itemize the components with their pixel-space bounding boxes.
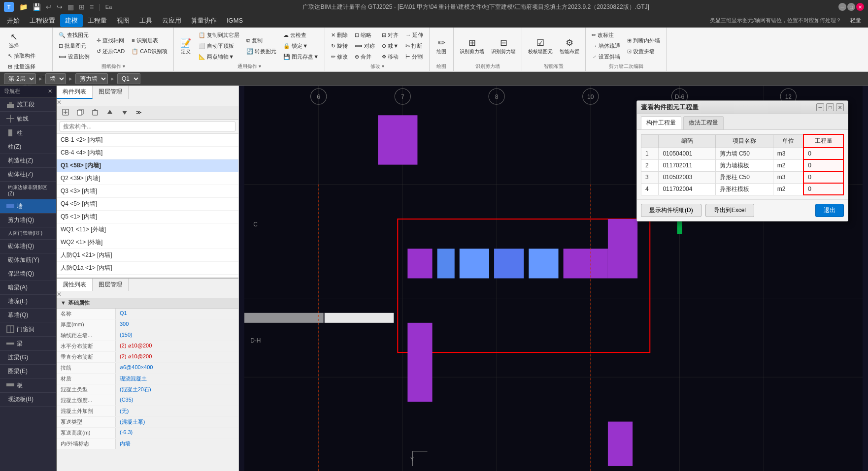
comp-item[interactable]: CB-4 <4> [内墙] xyxy=(57,147,238,159)
props-tab-attrs[interactable]: 属性列表 xyxy=(57,279,93,291)
comp-up-btn[interactable] xyxy=(103,107,117,118)
ribbon-btn-convertdwg[interactable]: 🔄转换图元 xyxy=(243,46,279,57)
ribbon-btn-editmark[interactable]: ✏改标注 xyxy=(589,30,623,40)
ribbon-btn-extend[interactable]: →延伸 xyxy=(402,30,426,40)
nav-item-dark-beam[interactable]: 暗梁(A) xyxy=(0,281,56,295)
title-icon-7[interactable]: ≡ xyxy=(88,3,95,11)
ribbon-btn-restorecad[interactable]: ↺还原CAD xyxy=(94,46,128,57)
ribbon-btn-define[interactable]: 📝 定义 xyxy=(177,35,195,57)
nav-item-wall[interactable]: 墙 xyxy=(0,199,56,214)
ribbon-btn-scale2[interactable]: ⊡缩略 xyxy=(352,30,378,40)
nav-item-wallduo[interactable]: 墙垛(E) xyxy=(0,295,56,309)
floor-select[interactable]: 第-2层 xyxy=(4,73,36,84)
ribbon-btn-mirror[interactable]: ⟺对称 xyxy=(352,41,378,51)
comp-tab-list[interactable]: 构件列表 xyxy=(57,86,93,99)
ribbon-btn-select[interactable]: ↖ 选择 xyxy=(5,30,23,51)
menu-easy[interactable]: 轻量 xyxy=(845,15,866,26)
nav-item-brickwall[interactable]: 砌体墙(Q) xyxy=(0,240,56,253)
comp-close-icon[interactable]: ✕ xyxy=(57,99,62,106)
dialog-export-btn[interactable]: 导出到Excel xyxy=(705,204,754,217)
comp-item[interactable]: Q1 <58> [内墙] xyxy=(57,159,238,172)
ribbon-btn-cadid[interactable]: 📋CAD识别项 xyxy=(129,46,170,57)
nav-item-column[interactable]: 柱 xyxy=(0,126,56,140)
nav-item-axis[interactable]: 轴线 xyxy=(0,112,56,126)
menu-igms[interactable]: IGMS xyxy=(222,15,248,26)
comp-delete-btn[interactable] xyxy=(88,107,102,118)
ribbon-btn-subtract[interactable]: ⊖减▼ xyxy=(379,41,401,51)
ribbon-btn-merge[interactable]: ⊕合并 xyxy=(352,52,378,62)
nav-item-lianbeam[interactable]: 连梁(G) xyxy=(0,351,56,365)
nav-item-civilgate[interactable]: 人防门禁墙(RF) xyxy=(0,227,56,240)
dialog-close-exit-btn[interactable]: 退出 xyxy=(815,204,844,217)
nav-item-doorwindow[interactable]: 门窗洞 xyxy=(0,322,56,337)
nav-item-boundary[interactable]: 约束边缘非阴影区(Z) xyxy=(0,182,56,199)
ribbon-btn-smartplace[interactable]: ⚙ 智能布置 xyxy=(557,35,582,57)
comp-tab-layer[interactable]: 图层管理 xyxy=(93,86,129,99)
ribbon-btn-checkwall[interactable]: ☑ 校核墙图元 xyxy=(525,35,556,57)
dialog-detail-btn[interactable]: 显示构件明细(D) xyxy=(641,204,701,217)
title-icon-2[interactable]: 💾 xyxy=(31,3,42,11)
comp-item[interactable]: Q4 <5> [内墙] xyxy=(57,198,238,211)
ribbon-btn-setblock[interactable]: ⊡设置拼墙 xyxy=(624,46,663,57)
nav-item-columnz[interactable]: 柱(Z) xyxy=(0,140,56,154)
dialog-tab-method[interactable]: 做法工程量 xyxy=(683,116,724,129)
comp-item[interactable]: WQ1 <11> [外墙] xyxy=(57,223,238,236)
comp-item[interactable]: Q2 <39> [内墙] xyxy=(57,172,238,185)
wall-type-select[interactable]: 剪力墙 xyxy=(75,73,108,84)
ribbon-btn-twopoint[interactable]: 📐两点辅轴▼ xyxy=(196,52,242,62)
nav-item-slab[interactable]: 板 xyxy=(0,378,56,393)
ribbon-btn-idwall1[interactable]: ⊞ 识别剪力墙 xyxy=(457,35,487,57)
comp-item[interactable]: CB-1 <2> [内墙] xyxy=(57,134,238,147)
comp-item[interactable]: 人防Q1 <21> [内墙] xyxy=(57,249,238,262)
comp-item[interactable]: 人防Q1a <1> [内墙] xyxy=(57,262,238,275)
ribbon-btn-align[interactable]: ⊞对齐 xyxy=(379,30,401,40)
title-icon-3[interactable]: ↩ xyxy=(44,3,53,11)
ribbon-btn-draw[interactable]: ✏ 绘图 xyxy=(433,35,450,57)
nav-item-insulation[interactable]: 保温墙(Q) xyxy=(0,267,56,281)
comp-item[interactable]: Q5 <1> [内墙] xyxy=(57,211,238,223)
ribbon-btn-rotate[interactable]: ↻旋转 xyxy=(328,41,351,51)
ribbon-btn-copylayer[interactable]: 📋复制到其它层 xyxy=(196,30,242,40)
menu-view[interactable]: 视图 xyxy=(112,14,134,27)
ribbon-btn-wallpass[interactable]: →墙体疏通 xyxy=(589,41,623,51)
title-icon-6[interactable]: ⊞ xyxy=(77,3,86,11)
ribbon-btn-viewdwg[interactable]: 🔍查找图元 xyxy=(56,30,93,40)
props-close-icon[interactable]: ✕ xyxy=(57,291,62,298)
menu-quantity[interactable]: 工程量 xyxy=(83,14,112,27)
ribbon-btn-setscale[interactable]: ⟺设置比例 xyxy=(56,52,93,62)
menu-model[interactable]: 建模 xyxy=(60,14,83,27)
nav-item-brickadd[interactable]: 砌体加筋(Y) xyxy=(0,253,56,267)
close-button[interactable]: ✕ xyxy=(856,3,864,11)
comp-down-btn[interactable] xyxy=(118,107,132,118)
ribbon-btn-delete[interactable]: ✕删除 xyxy=(328,30,351,40)
ribbon-btn-innerwall[interactable]: ⊞判断内外墙 xyxy=(624,35,663,46)
comp-item[interactable]: Q3 <3> [内墙] xyxy=(57,185,238,198)
title-icon-1[interactable]: 📁 xyxy=(18,3,29,11)
ribbon-btn-idwall2[interactable]: ⊟ 识别剪力墙 xyxy=(488,35,519,57)
ribbon-btn-split[interactable]: ⊢分割 xyxy=(402,52,426,62)
collapse-icon[interactable]: ▼ xyxy=(61,300,66,306)
minimize-button[interactable]: ─ xyxy=(838,3,846,11)
ribbon-btn-slopewall[interactable]: ⟋设置斜墙 xyxy=(589,52,623,62)
nav-item-beam[interactable]: 梁 xyxy=(0,337,56,351)
dialog-restore-btn[interactable]: □ xyxy=(826,103,834,111)
ribbon-btn-idlayer[interactable]: ≡识别层表 xyxy=(129,35,170,46)
ribbon-btn-copy[interactable]: ⧉复制 xyxy=(243,35,279,46)
comp-search-input[interactable] xyxy=(60,122,235,131)
ribbon-btn-editm[interactable]: ✏修改 xyxy=(328,52,351,62)
title-icon-4[interactable]: ↪ xyxy=(55,3,64,11)
nav-item-hiddenslab[interactable]: 现浇板(B) xyxy=(0,393,56,407)
nav-item-circlebeam[interactable]: 圈梁(E) xyxy=(0,365,56,378)
dialog-minimize-btn[interactable]: ─ xyxy=(816,103,824,111)
nav-close-icon[interactable]: ✕ xyxy=(48,88,52,94)
ribbon-btn-break[interactable]: ✄打断 xyxy=(402,41,426,51)
ribbon-btn-move[interactable]: ✥移动 xyxy=(379,52,401,62)
comp-item[interactable]: WQ2 <1> [外墙] xyxy=(57,236,238,249)
ribbon-btn-pick[interactable]: ↖ 拾取构件 xyxy=(5,51,49,61)
ribbon-btn-batchdwg[interactable]: ⊡批量图元 xyxy=(56,41,93,51)
ribbon-btn-cloudcheck[interactable]: ☁云检查 xyxy=(280,30,322,40)
dialog-close-btn[interactable]: ✕ xyxy=(836,103,844,111)
ribbon-btn-lock[interactable]: 🔒锁定▼ xyxy=(280,41,322,51)
component-type-select[interactable]: 墙 xyxy=(45,73,66,84)
ribbon-btn-batch[interactable]: ⊞ 批量选择 xyxy=(5,62,49,72)
